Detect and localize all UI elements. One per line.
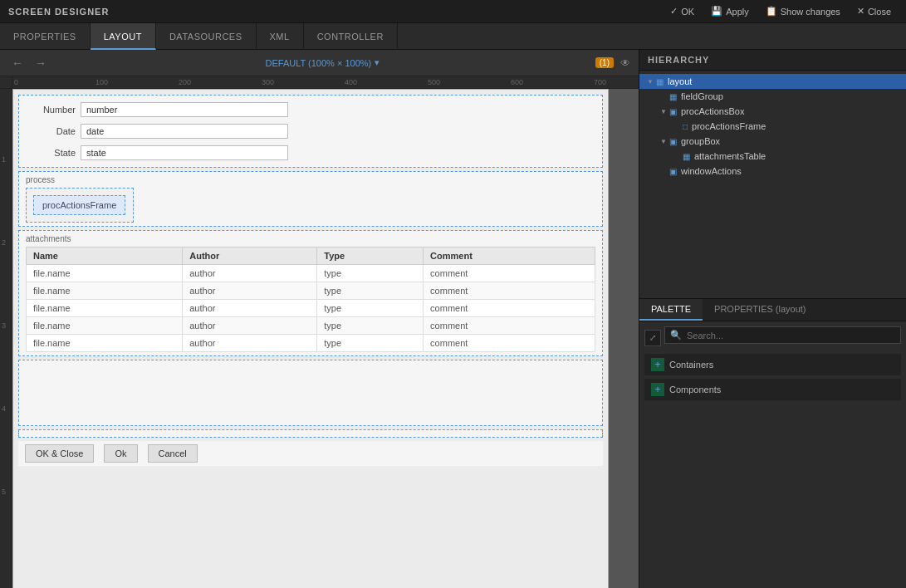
show-changes-button[interactable]: 📋 Show changes [759,3,847,19]
table-cell: comment [424,317,595,335]
components-expand-btn[interactable]: + [651,383,664,396]
state-input[interactable] [81,145,288,160]
tree-icon-windowActions: ▣ [669,167,677,176]
process-section: process procActionsFrame [18,171,603,227]
attachments-label: attachments [26,234,595,243]
title-actions: ✓ OK 💾 Apply 📋 Show changes ✕ Close [664,3,898,19]
proc-actions-frame[interactable]: procActionsFrame [33,195,125,215]
table-cell: author [183,300,317,317]
apply-button[interactable]: 💾 Apply [704,3,756,19]
process-label: process [26,175,595,184]
table-row: file.nameauthortypecomment [27,300,595,317]
containers-expand-btn[interactable]: + [651,358,664,371]
tree-icon-procActionsFrame: □ [683,122,688,131]
table-cell: type [317,300,424,317]
tree-label-fieldGroup: fieldGroup [681,91,723,101]
tree-icon-fieldGroup: ▦ [669,92,677,101]
palette-content: ⤢ 🔍 + Containers + [639,321,906,588]
table-row: file.nameauthortypecomment [27,265,595,282]
tree-arrow-layout[interactable]: ▼ [646,78,654,86]
ok-button[interactable]: ✓ OK [664,3,701,19]
table-cell: file.name [27,317,183,335]
spacer-area [18,360,603,426]
tree-item-layout[interactable]: ▼▦layout [639,74,906,89]
ok-button-form[interactable]: Ok [104,444,137,463]
tree-arrow-procActionsBox[interactable]: ▼ [659,108,668,115]
canvas-right-actions: (1) 👁 [595,57,630,69]
tree-label-groupBox: groupBox [681,136,720,146]
app-title: SCREEN DESIGNER [8,7,109,17]
chevron-down-icon: ▾ [375,57,380,68]
table-row: file.nameauthortypecomment [27,317,595,335]
tab-layout[interactable]: LAYOUT [91,23,156,50]
title-bar: SCREEN DESIGNER ✓ OK 💾 Apply 📋 Show chan… [0,0,906,23]
tree-item-fieldGroup[interactable]: ▦fieldGroup [639,89,906,104]
bottom-dashed [18,429,603,438]
hierarchy-title: HIERARCHY [639,50,906,71]
vertical-ruler: 1 2 3 4 5 [0,89,12,588]
col-comment: Comment [424,247,595,265]
tab-properties-layout[interactable]: PROPERTIES (layout) [703,299,817,321]
number-input[interactable] [81,102,288,117]
table-cell: file.name [27,282,183,300]
tree-item-procActionsFrame[interactable]: □procActionsFrame [639,119,906,134]
canvas-scroll[interactable]: Number Date State [12,89,639,588]
date-row: Date [26,120,595,142]
tab-palette[interactable]: PALETTE [639,299,703,321]
warning-badge: (1) [595,57,614,68]
cancel-button-form[interactable]: Cancel [148,444,198,463]
table-cell: file.name [27,300,183,317]
tree-item-groupBox[interactable]: ▼▣groupBox [639,134,906,149]
tree-label-procActionsFrame: procActionsFrame [692,121,766,131]
tree-item-windowActions[interactable]: ▣windowActions [639,164,906,179]
expand-palette-button[interactable]: ⤢ [644,330,661,346]
date-input[interactable] [81,124,288,139]
palette-group-containers: + Containers [644,354,901,375]
table-cell: comment [424,282,595,300]
tab-datasources[interactable]: DATASOURCES [156,23,257,50]
date-label: Date [26,126,76,136]
tree-arrow-groupBox[interactable]: ▼ [659,138,668,145]
canvas-toolbar: ← → DEFAULT (100% × 100%) ▾ (1) 👁 [0,50,639,76]
nav-buttons: ← → [8,55,50,71]
tree-icon-groupBox: ▣ [669,137,677,146]
number-row: Number [26,99,595,120]
components-group-header[interactable]: + Components [644,379,901,400]
containers-group-label: Containers [669,360,713,370]
tree-item-attachmentsTable[interactable]: ▦attachmentsTable [639,149,906,164]
disk-icon: 💾 [711,6,722,17]
table-cell: type [317,335,424,352]
number-label: Number [26,105,76,115]
tab-properties[interactable]: PROPERTIES [0,23,91,50]
horizontal-ruler: 0 100 200 300 400 500 600 700 [12,76,639,89]
close-button[interactable]: ✕ Close [850,3,898,19]
search-icon: 🔍 [670,330,682,341]
table-row: file.nameauthortypecomment [27,335,595,352]
table-cell: author [183,335,317,352]
table-cell: author [183,265,317,282]
undo-button[interactable]: ← [8,55,27,71]
eye-icon[interactable]: 👁 [620,57,630,69]
palette-search-box: 🔍 [664,326,901,344]
hierarchy-panel: HIERARCHY ▼▦layout▦fieldGroup▼▣procActio… [639,50,906,299]
attachments-section: attachments Name Author Type Comment [18,230,603,356]
containers-group-header[interactable]: + Containers [644,354,901,375]
col-type: Type [317,247,424,265]
action-buttons: OK & Close Ok Cancel [18,441,603,466]
tree-item-procActionsBox[interactable]: ▼▣procActionsBox [639,104,906,119]
tree-icon-procActionsBox: ▣ [669,107,677,116]
palette-search-input[interactable] [687,331,895,341]
table-cell: file.name [27,265,183,282]
palette-group-components: + Components [644,379,901,400]
tree-label-layout: layout [668,76,692,86]
palette-tabs: PALETTE PROPERTIES (layout) [639,299,906,321]
ok-close-button[interactable]: OK & Close [25,444,94,463]
check-icon: ✓ [670,6,678,17]
canvas-default-label[interactable]: DEFAULT (100% × 100%) ▾ [266,57,380,68]
table-cell: type [317,317,424,335]
redo-button[interactable]: → [32,55,50,71]
tab-xml[interactable]: XML [257,23,304,50]
tree-label-attachmentsTable: attachmentsTable [694,151,766,161]
tab-controller[interactable]: CONTROLLER [304,23,398,50]
tree-icon-layout: ▦ [656,77,664,86]
